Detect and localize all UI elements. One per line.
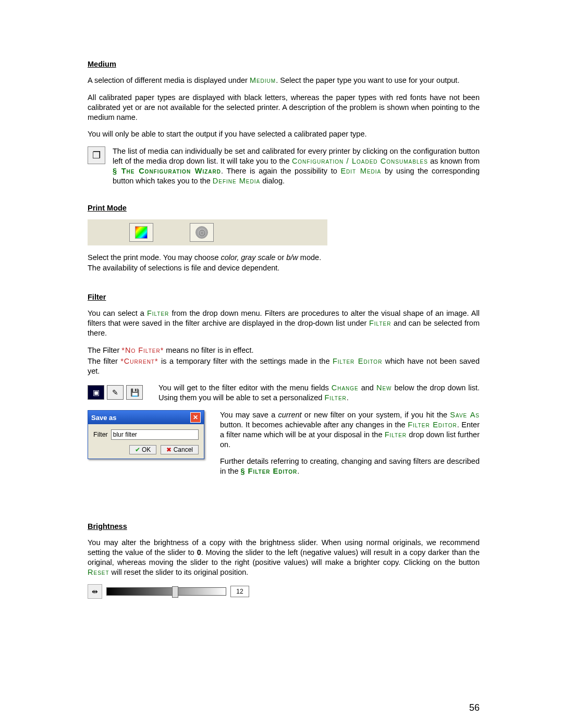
cancel-button[interactable]: Cancel (161, 445, 199, 454)
save-as-dialog: Save as ✕ Filter OK Cancel (88, 410, 204, 459)
heading-printmode: Print Mode (88, 204, 480, 212)
filter-para-2: The Filter *No Filter* means no filter i… (88, 346, 480, 355)
filter-para-3: The filter *Current* is a temporary filt… (88, 356, 480, 376)
medium-para-4: The list of media can individually be se… (113, 146, 480, 186)
filter-new-icon[interactable]: ✎ (107, 385, 124, 400)
save-as-title: Save as (91, 414, 116, 422)
filter-para-5: You may save a current or new filter on … (220, 410, 480, 449)
save-as-label: Filter (93, 431, 108, 438)
page-number: 56 (469, 702, 480, 713)
grayscale-icon: ◎ (195, 226, 208, 239)
printmode-para-2: The availability of selections is file a… (88, 263, 480, 273)
medium-para-3: You will only be able to start the outpu… (88, 129, 480, 139)
ok-button[interactable]: OK (129, 445, 157, 454)
filter-image-icon[interactable]: ▣ (88, 385, 104, 400)
filter-para-6: Further details referring to creating, c… (220, 456, 480, 476)
print-mode-toolbar: ◎ (88, 219, 327, 245)
filter-save-icon[interactable]: 💾 (126, 385, 143, 400)
medium-para-2: All calibrated paper types are displayed… (88, 93, 480, 122)
color-icon (135, 226, 148, 239)
brightness-para: You may alter the brightness of a copy w… (88, 538, 480, 577)
brightness-reset-icon[interactable]: ⇹ (88, 584, 102, 599)
brightness-slider[interactable] (106, 587, 226, 596)
filter-para-4: You will get to the filter editor with t… (158, 383, 480, 403)
print-mode-gray-button[interactable]: ◎ (190, 223, 214, 242)
brightness-value: 12 (230, 586, 249, 597)
filter-name-input[interactable] (111, 429, 199, 440)
term-medium: Medium (250, 76, 276, 84)
filter-icon-row: ▣ ✎ 💾 (88, 385, 143, 400)
config-icon: ❐ (88, 146, 105, 164)
printmode-para-1: Select the print mode. You may choose co… (88, 253, 480, 263)
brightness-thumb[interactable] (172, 586, 178, 598)
heading-brightness: Brightness (88, 522, 480, 530)
heading-filter: Filter (88, 293, 480, 301)
close-icon[interactable]: ✕ (190, 412, 201, 423)
print-mode-color-button[interactable] (129, 223, 153, 242)
medium-para-1: A selection of different media is displa… (88, 76, 480, 85)
heading-medium: Medium (88, 60, 480, 68)
filter-para-1: You can select a Filter from the drop do… (88, 309, 480, 338)
